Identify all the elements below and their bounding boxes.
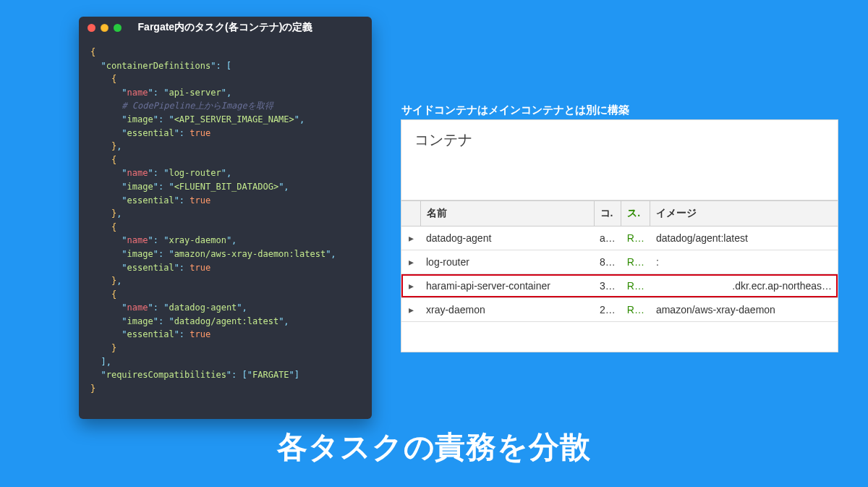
expand-icon[interactable]: ▸ bbox=[401, 226, 420, 250]
cell-co: 3… bbox=[594, 274, 621, 298]
cell-su: R… bbox=[621, 274, 650, 298]
cell-su: R… bbox=[621, 298, 650, 322]
cell-image: amazon/aws-xray-daemon bbox=[650, 298, 838, 322]
table-row[interactable]: ▸ datadog-agent a… R… datadog/agent:late… bbox=[401, 226, 838, 250]
table-body: ▸ datadog-agent a… R… datadog/agent:late… bbox=[401, 226, 838, 322]
cell-su: R… bbox=[621, 250, 650, 274]
code-title: Fargate内のタスク(各コンテナ)の定義 bbox=[79, 21, 372, 34]
minimize-icon bbox=[101, 24, 109, 32]
cell-su: R… bbox=[621, 226, 650, 250]
table-row[interactable]: ▸ log-router 8… R… : bbox=[401, 250, 838, 274]
maximize-icon bbox=[114, 24, 122, 32]
slide-headline: 各タスクの責務を分散 bbox=[0, 427, 868, 467]
cell-image: datadog/agent:latest bbox=[650, 226, 838, 250]
cell-co: 8… bbox=[594, 250, 621, 274]
close-icon bbox=[88, 24, 95, 32]
cell-name: datadog-agent bbox=[420, 226, 594, 250]
col-image: イメージ bbox=[650, 201, 838, 226]
cell-name: log-router bbox=[420, 250, 594, 274]
code-titlebar: Fargate内のタスク(各コンテナ)の定義 bbox=[79, 17, 372, 38]
cell-image: : bbox=[650, 250, 838, 274]
cell-co: 2… bbox=[594, 298, 621, 322]
col-co: コ. bbox=[594, 201, 621, 226]
panel-title: コンテナ bbox=[401, 120, 838, 160]
table-row[interactable]: ▸ xray-daemon 2… R… amazon/aws-xray-daem… bbox=[401, 298, 838, 322]
right-caption: サイドコンテナはメインコンテナとは別に構築 bbox=[401, 103, 629, 117]
col-su: ス. bbox=[621, 201, 650, 226]
col-name: 名前 bbox=[420, 201, 594, 226]
traffic-lights bbox=[88, 24, 122, 32]
col-expand bbox=[401, 201, 420, 226]
table-header-row: 名前 コ. ス. イメージ bbox=[401, 201, 838, 226]
container-table: 名前 コ. ス. イメージ ▸ datadog-agent a… R… data… bbox=[401, 200, 838, 322]
panel-spacer bbox=[401, 160, 838, 200]
expand-icon[interactable]: ▸ bbox=[401, 298, 420, 322]
code-body: { "containerDefinitions": [ { "name": "a… bbox=[79, 38, 372, 407]
cell-name: xray-daemon bbox=[420, 298, 594, 322]
table-row-highlighted[interactable]: ▸ harami-api-server-container 3… R… .dkr… bbox=[401, 274, 838, 298]
cell-image: .dkr.ecr.ap-northeas… bbox=[650, 274, 838, 298]
expand-icon[interactable]: ▸ bbox=[401, 250, 420, 274]
cell-name: harami-api-server-container bbox=[420, 274, 594, 298]
cell-co: a… bbox=[594, 226, 621, 250]
code-window: Fargate内のタスク(各コンテナ)の定義 { "containerDefin… bbox=[79, 17, 372, 419]
container-table-panel: コンテナ 名前 コ. ス. イメージ ▸ datadog-agent a… R…… bbox=[401, 119, 838, 352]
expand-icon[interactable]: ▸ bbox=[401, 274, 420, 298]
